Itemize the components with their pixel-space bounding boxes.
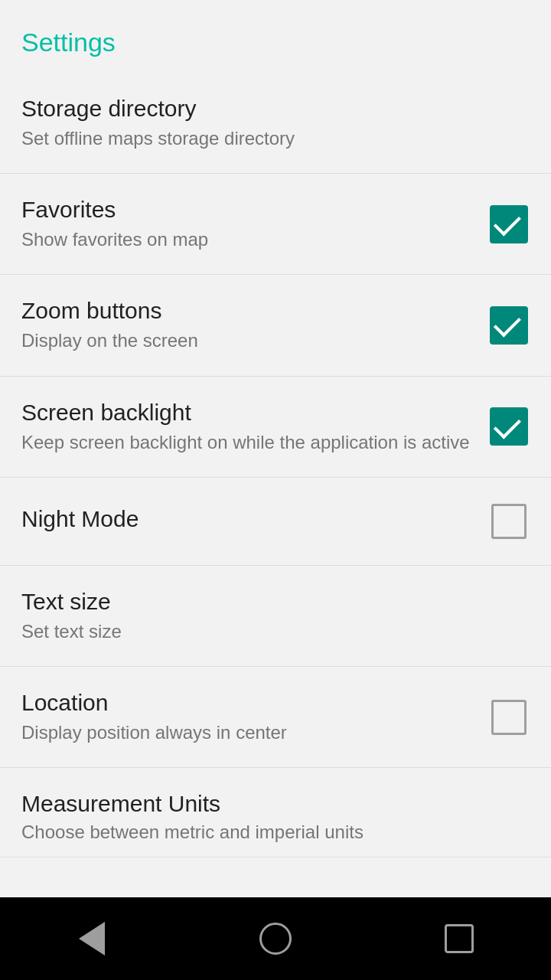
nav-home-button[interactable] — [253, 916, 298, 962]
favorites-checkbox[interactable] — [488, 204, 530, 245]
page-title: Settings — [0, 0, 551, 73]
setting-title-location: Location — [21, 690, 473, 716]
setting-title-storage-directory: Storage directory — [21, 96, 514, 122]
screen-backlight-checkbox[interactable] — [488, 406, 530, 447]
setting-title-night-mode: Night Mode — [21, 506, 473, 532]
setting-item-text-size[interactable]: Text size Set text size — [0, 566, 551, 667]
recents-icon — [445, 924, 474, 953]
setting-item-zoom-buttons[interactable]: Zoom buttons Display on the screen — [0, 275, 551, 376]
nav-recents-button[interactable] — [436, 916, 482, 962]
setting-subtitle-measurement-units: Choose between metric and imperial units — [21, 822, 530, 843]
setting-subtitle-zoom-buttons: Display on the screen — [21, 328, 473, 352]
setting-subtitle-location: Display position always in center — [21, 720, 473, 744]
setting-item-measurement-units[interactable]: Measurement Units Choose between metric … — [0, 768, 551, 858]
setting-item-screen-backlight[interactable]: Screen backlight Keep screen backlight o… — [0, 377, 551, 478]
bottom-navigation — [0, 897, 551, 980]
setting-item-location[interactable]: Location Display position always in cent… — [0, 667, 551, 768]
setting-item-storage-directory[interactable]: Storage directory Set offline maps stora… — [0, 73, 551, 174]
setting-title-measurement-units: Measurement Units — [21, 791, 530, 817]
nav-back-button[interactable] — [69, 916, 115, 962]
setting-title-screen-backlight: Screen backlight — [21, 400, 473, 426]
location-checkbox[interactable] — [488, 697, 530, 738]
setting-title-zoom-buttons: Zoom buttons — [21, 298, 473, 324]
night-mode-checkbox-unchecked — [491, 504, 527, 539]
setting-subtitle-favorites: Show favorites on map — [21, 227, 473, 251]
location-checkbox-unchecked — [491, 700, 527, 735]
night-mode-checkbox[interactable] — [488, 501, 530, 542]
zoom-buttons-checkbox[interactable] — [488, 305, 530, 346]
settings-list: Storage directory Set offline maps stora… — [0, 73, 551, 897]
setting-item-night-mode[interactable]: Night Mode — [0, 478, 551, 566]
setting-subtitle-text-size: Set text size — [21, 619, 514, 643]
screen-backlight-checkbox-checked — [490, 407, 528, 446]
setting-subtitle-storage-directory: Set offline maps storage directory — [21, 126, 514, 150]
back-icon — [79, 922, 105, 956]
zoom-buttons-checkbox-checked — [490, 306, 528, 345]
setting-title-text-size: Text size — [21, 589, 514, 615]
setting-item-favorites[interactable]: Favorites Show favorites on map — [0, 174, 551, 275]
setting-title-favorites: Favorites — [21, 197, 473, 223]
home-icon — [259, 923, 292, 955]
setting-subtitle-screen-backlight: Keep screen backlight on while the appli… — [21, 430, 473, 454]
favorites-checkbox-checked — [490, 205, 528, 243]
